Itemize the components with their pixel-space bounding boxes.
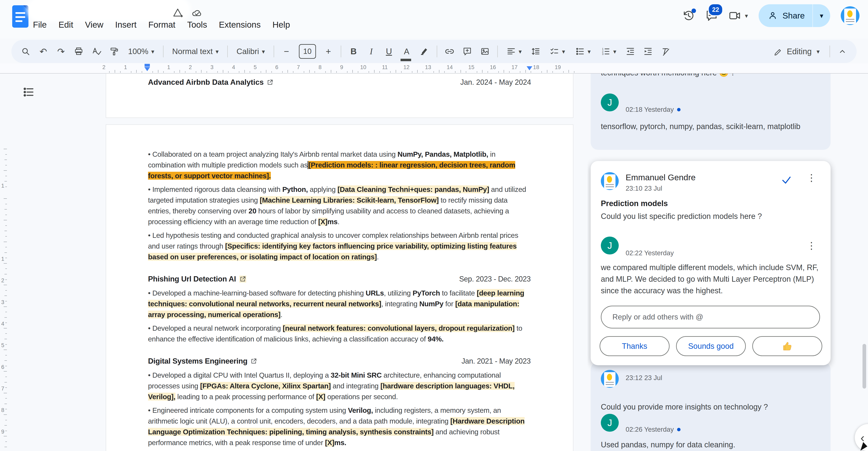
menu-format[interactable]: Format [148, 20, 175, 30]
right-indent-marker[interactable] [527, 66, 532, 70]
doc-text-segment: operations per second. [325, 393, 398, 400]
menu-tools[interactable]: Tools [187, 20, 207, 30]
bulleted-list-icon[interactable]: ▾ [574, 44, 592, 59]
resolve-check-icon[interactable] [781, 174, 792, 185]
increase-indent-icon[interactable] [643, 44, 653, 59]
document-title-redacted[interactable] [31, 1, 187, 18]
comments-icon[interactable]: 22 [705, 9, 718, 22]
share-dropdown-caret[interactable]: ▾ [813, 11, 830, 20]
doc-text-segment: . [338, 218, 339, 226]
panel-scrollbar-thumb[interactable] [863, 344, 866, 389]
drive-add-icon[interactable] [173, 8, 183, 18]
reply-time: 02:26 Yesterday [626, 426, 681, 433]
comment-anchor-text: [Machine Learning Libraries: Scikit-lear… [260, 196, 439, 204]
doc-text-segment: to facilitate [440, 289, 477, 297]
highlight-color-icon[interactable] [419, 44, 430, 59]
add-comment-icon[interactable] [462, 44, 472, 59]
vertical-ruler[interactable]: 112345678910111213 [0, 147, 7, 451]
left-indent-marker[interactable] [145, 64, 150, 67]
version-history-icon[interactable] [682, 9, 695, 22]
resume-bullet: • Collaborated on a team project analyzi… [148, 149, 531, 181]
share-button[interactable]: Share ▾ [758, 4, 830, 27]
comment-tail-text: techniques worth mentioning here 😊 ? [601, 73, 820, 79]
reply-input[interactable]: Reply or add others with @ [601, 306, 820, 328]
bold-icon[interactable]: B [348, 44, 359, 59]
insert-link-icon[interactable] [444, 44, 455, 59]
search-menus-icon[interactable] [20, 44, 31, 59]
clear-formatting-icon[interactable] [660, 44, 671, 59]
page-2[interactable]: • Collaborated on a team project analyzi… [106, 124, 574, 451]
comment-anchor-text: [FPGAs: Altera Cyclone, Xilinx Spartan] [200, 382, 331, 390]
document-text[interactable]: • Collaborated on a team project analyzi… [106, 125, 573, 448]
section-date: Sep. 2023 - Dec. 2023 [459, 273, 531, 284]
decrease-indent-icon[interactable] [625, 44, 636, 59]
hide-menus-icon[interactable] [837, 44, 848, 59]
text-cursor [308, 161, 308, 169]
menu-help[interactable]: Help [273, 20, 290, 30]
first-line-indent-marker[interactable] [144, 67, 150, 71]
menu-edit[interactable]: Edit [59, 20, 73, 30]
meet-video-icon[interactable]: ▾ [728, 9, 748, 22]
doc-text-segment: Verilog, [348, 406, 373, 414]
smart-reply-thanks[interactable]: Thanks [599, 336, 670, 356]
page-1[interactable]: Advanced Airbnb Data Analytics Jan. 2024… [106, 73, 574, 118]
app-header: File Edit View Insert Format Tools Exten… [0, 0, 868, 39]
cloud-saved-icon[interactable] [191, 8, 203, 18]
font-select[interactable]: Calibri▾ [235, 44, 267, 59]
numbered-list-icon[interactable]: 123▾ [599, 44, 618, 59]
menu-insert[interactable]: Insert [115, 20, 136, 30]
svg-text:3: 3 [602, 53, 603, 56]
meet-dropdown-caret[interactable]: ▾ [745, 12, 748, 19]
insert-image-icon[interactable] [479, 44, 490, 59]
comment-options-icon[interactable]: ⋮ [805, 173, 817, 183]
account-avatar[interactable] [841, 6, 860, 25]
doc-text-segment: PyTorch [412, 289, 440, 297]
doc-text-segment: 94%. [428, 335, 443, 343]
doc-text-segment: URLs [366, 289, 384, 297]
avatar-j: J [601, 236, 619, 254]
menu-extensions[interactable]: Extensions [219, 20, 260, 30]
print-icon[interactable] [73, 44, 84, 59]
editing-mode-select[interactable]: Editing ▾ [770, 47, 823, 56]
zoom-select[interactable]: 100%▾ [126, 44, 156, 59]
reply-placeholder: Reply or add others with @ [613, 313, 703, 321]
smart-reply-thumbs-up[interactable] [752, 336, 822, 356]
font-size-decrease-icon[interactable]: − [281, 44, 292, 59]
external-link-icon[interactable] [267, 79, 273, 85]
reply-options-icon[interactable]: ⋮ [805, 240, 817, 251]
docs-logo-icon[interactable] [12, 5, 28, 28]
project-title-airbnb: Advanced Airbnb Data Analytics [148, 78, 273, 87]
paint-format-icon[interactable] [109, 44, 119, 59]
undo-icon[interactable]: ↶ [38, 44, 49, 59]
font-size-input[interactable]: 10 [299, 44, 316, 59]
menu-view[interactable]: View [85, 20, 103, 30]
avatar-emmanuel [601, 172, 619, 190]
comment-thread-2-active[interactable]: Emmanuel Gendre 23:10 23 Jul ⋮ Predictio… [591, 161, 831, 365]
line-spacing-icon[interactable] [530, 44, 541, 59]
comment-thread-3[interactable]: 23:12 23 Jul Could you provide more insi… [591, 362, 831, 451]
document-outline-icon[interactable] [22, 85, 36, 99]
horizontal-ruler[interactable]: 2112345678910111213141516171819 [0, 63, 868, 73]
comment-anchor-text: [X] [325, 439, 334, 447]
spell-check-icon[interactable] [91, 44, 102, 59]
menu-file[interactable]: File [33, 20, 47, 30]
external-link-icon[interactable] [239, 276, 246, 283]
google-docs-app: File Edit View Insert Format Tools Exten… [0, 0, 868, 451]
smart-reply-sounds-good[interactable]: Sounds good [676, 336, 746, 356]
underline-icon[interactable]: U [384, 44, 394, 59]
doc-text-segment: • Implemented rigorous data cleansing wi… [148, 185, 282, 193]
quoted-text-label: Prediction models [601, 199, 668, 208]
external-link-icon[interactable] [251, 358, 257, 364]
paragraph-style-select[interactable]: Normal text▾ [170, 44, 220, 59]
resume-bullet: • Engineered intricate components for a … [148, 405, 531, 448]
section-heading-row: Phishing Url Detection AISep. 2023 - Dec… [148, 273, 531, 284]
font-size-increase-icon[interactable]: + [323, 44, 334, 59]
italic-icon[interactable]: I [366, 44, 377, 59]
redo-icon[interactable]: ↷ [56, 44, 66, 59]
checklist-icon[interactable]: ▾ [548, 44, 567, 59]
comment-thread-1[interactable]: techniques worth mentioning here 😊 ? J 0… [591, 73, 831, 150]
doc-text-segment: and integrating [331, 382, 380, 390]
text-color-icon[interactable]: A [401, 44, 412, 59]
reply-text: we compared multiple different models, w… [601, 262, 822, 296]
align-icon[interactable]: ▾ [505, 44, 523, 59]
